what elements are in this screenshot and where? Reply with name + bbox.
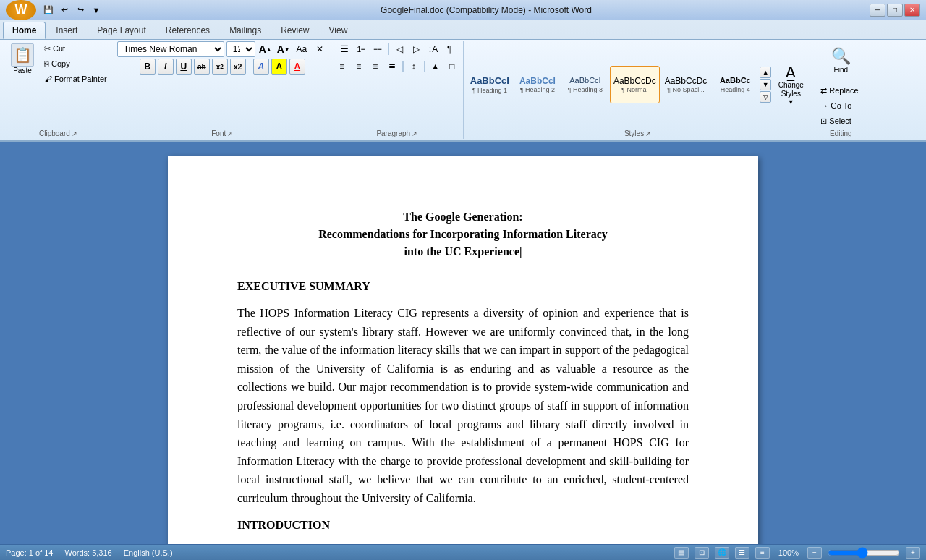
gallery-scroll-up[interactable]: ▲ <box>760 67 771 78</box>
status-bar: Page: 1 of 14 Words: 5,316 English (U.S.… <box>0 544 926 560</box>
change-styles-button[interactable]: A̲ ChangeStyles ▼ <box>773 66 809 103</box>
redo-button[interactable]: ↪ <box>74 4 87 17</box>
shading-button[interactable]: ▲ <box>428 59 443 75</box>
align-left-button[interactable]: ≡ <box>334 59 350 75</box>
increase-indent-button[interactable]: ▷ <box>408 41 424 57</box>
title-bar-controls: ─ □ ✕ <box>870 4 920 17</box>
outline-btn[interactable]: ☰ <box>735 547 749 559</box>
styles-group-content: AaBbCcI ¶ Heading 1 AaBbCcI ¶ Heading 2 … <box>467 41 810 128</box>
font-size-select[interactable]: 12 <box>226 41 255 57</box>
font-row2: B I U ab x2 x2 A A A <box>140 59 305 75</box>
style-normal[interactable]: AaBbCcDc ¶ Normal <box>610 66 660 103</box>
decrease-indent-button[interactable]: ◁ <box>391 41 407 57</box>
font-color-button[interactable]: A <box>289 59 305 75</box>
replace-icon: ⇄ <box>820 86 827 96</box>
find-button[interactable]: 🔍 Find <box>826 41 856 79</box>
font-shrink-button[interactable]: A▼ <box>276 41 292 57</box>
qat-more-button[interactable]: ▼ <box>90 4 103 17</box>
clipboard-group: 📋 Paste ✂ Cut ⎘ Copy 🖌 Format Painter <box>3 41 114 139</box>
find-icon: 🔍 <box>831 47 851 66</box>
paragraph-group-label: Paragraph <box>376 128 410 139</box>
status-right: ▤ ⊡ 🌐 ☰ ≡ 100% − + <box>674 547 920 559</box>
italic-button[interactable]: I <box>158 59 174 75</box>
highlight-button[interactable]: A <box>271 59 287 75</box>
borders-button[interactable]: □ <box>444 59 460 75</box>
font-name-select[interactable]: Times New Roman <box>117 41 224 57</box>
style-heading3[interactable]: AaBbCcI ¶ Heading 3 <box>562 66 608 103</box>
styles-expand-icon[interactable]: ↗ <box>645 130 651 137</box>
gallery-scroll-down[interactable]: ▼ <box>760 79 771 90</box>
cut-button[interactable]: ✂ Cut <box>41 41 111 56</box>
clear-format-button[interactable]: ✕ <box>312 41 328 57</box>
underline-button[interactable]: U <box>176 59 192 75</box>
paste-icon: 📋 <box>11 43 34 67</box>
font-expand-icon[interactable]: ↗ <box>227 130 233 137</box>
goto-label: Go To <box>831 101 851 110</box>
format-painter-button[interactable]: 🖌 Format Painter <box>41 72 111 86</box>
tab-home[interactable]: Home <box>3 22 46 39</box>
numbering-button[interactable]: 1≡ <box>353 41 369 57</box>
tab-insert[interactable]: Insert <box>46 22 87 39</box>
para-expand-icon[interactable]: ↗ <box>412 130 417 137</box>
office-button[interactable]: W <box>6 0 36 20</box>
tab-references[interactable]: References <box>156 22 219 39</box>
select-button[interactable]: ⊡ Select <box>815 114 866 128</box>
bold-button[interactable]: B <box>140 59 156 75</box>
zoom-in-btn[interactable]: + <box>906 547 920 559</box>
font-grow-button[interactable]: A▲ <box>258 41 273 57</box>
document-area[interactable]: The Google Generation: Recommendations f… <box>0 142 926 560</box>
document-page[interactable]: The Google Generation: Recommendations f… <box>168 156 758 560</box>
paste-button[interactable]: 📋 Paste <box>6 41 39 77</box>
goto-button[interactable]: → Go To <box>815 98 866 113</box>
style-heading2[interactable]: AaBbCcI ¶ Heading 2 <box>514 66 561 103</box>
style-heading4[interactable]: AaBbCc Heading 4 <box>712 66 758 103</box>
styles-gallery-scroll: ▲ ▼ ▽ <box>760 67 771 103</box>
find-label: Find <box>834 66 848 74</box>
superscript-button[interactable]: x2 <box>230 59 246 75</box>
multilevel-button[interactable]: ≡≡ <box>370 41 386 57</box>
tab-view[interactable]: View <box>320 22 357 39</box>
copy-label: Copy <box>51 59 70 68</box>
align-center-button[interactable]: ≡ <box>351 59 367 75</box>
gallery-scroll-more[interactable]: ▽ <box>760 91 771 103</box>
text-effects-button[interactable]: A <box>253 59 269 75</box>
minimize-button[interactable]: ─ <box>870 4 885 17</box>
status-page: Page: 1 of 14 <box>6 548 53 557</box>
undo-button[interactable]: ↩ <box>58 4 71 17</box>
sort-button[interactable]: ↕A <box>425 41 441 57</box>
copy-button[interactable]: ⎘ Copy <box>41 56 111 71</box>
change-case-button[interactable]: Aa <box>294 41 310 57</box>
close-button[interactable]: ✕ <box>904 4 920 17</box>
title-bar-left: W 💾 ↩ ↪ ▼ <box>6 0 103 20</box>
paste-label: Paste <box>13 67 32 75</box>
align-right-button[interactable]: ≡ <box>368 59 383 75</box>
clipboard-expand-icon[interactable]: ↗ <box>72 130 77 137</box>
zoom-out-btn[interactable]: − <box>807 547 822 559</box>
para-group-content: ☰ 1≡ ≡≡ ◁ ▷ ↕A ¶ ≡ ≡ ≡ ≣ ↕ ▲ <box>334 41 460 128</box>
style-heading1[interactable]: AaBbCcI ¶ Heading 1 <box>467 66 513 103</box>
replace-button[interactable]: ⇄ Replace <box>815 83 866 98</box>
tab-mailings[interactable]: Mailings <box>220 22 271 39</box>
line-spacing-button[interactable]: ↕ <box>406 59 422 75</box>
draft-btn[interactable]: ≡ <box>755 547 770 559</box>
style-no-spacing[interactable]: AaBbCcDc ¶ No Spaci... <box>661 66 711 103</box>
web-layout-btn[interactable]: 🌐 <box>715 547 729 559</box>
full-screen-btn[interactable]: ⊡ <box>694 547 709 559</box>
restore-button[interactable]: □ <box>887 4 903 17</box>
replace-label: Replace <box>829 86 858 95</box>
strikethrough-button[interactable]: ab <box>194 59 210 75</box>
zoom-slider[interactable] <box>828 549 900 556</box>
print-layout-btn[interactable]: ▤ <box>674 547 689 559</box>
para-label-row: Paragraph ↗ <box>334 128 460 139</box>
subscript-button[interactable]: x2 <box>212 59 228 75</box>
bullets-button[interactable]: ☰ <box>336 41 352 57</box>
show-marks-button[interactable]: ¶ <box>441 41 457 57</box>
justify-button[interactable]: ≣ <box>384 59 400 75</box>
save-button[interactable]: 💾 <box>42 4 55 17</box>
scissors-icon: ✂ <box>44 44 51 54</box>
tab-page-layout[interactable]: Page Layout <box>88 22 155 39</box>
change-styles-dropdown: ▼ <box>788 98 794 106</box>
font-row1: Times New Roman 12 A▲ A▼ Aa ✕ <box>117 41 328 57</box>
document-title: The Google Generation: Recommendations f… <box>237 208 689 260</box>
tab-review[interactable]: Review <box>271 22 318 39</box>
